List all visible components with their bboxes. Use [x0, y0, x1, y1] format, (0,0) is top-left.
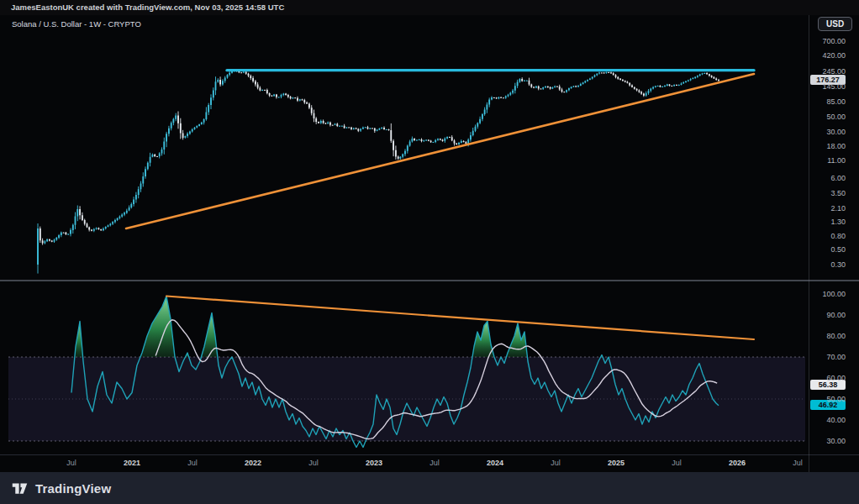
tradingview-logo-icon[interactable]	[11, 480, 29, 497]
axis-label: 90.00	[809, 311, 846, 319]
chart-canvas[interactable]	[0, 0, 859, 504]
axis-label: 30.00	[809, 437, 846, 445]
axis-label: 70.00	[809, 353, 846, 361]
tradingview-brand[interactable]: TradingView	[35, 481, 111, 496]
time-tick-label: 2026	[729, 454, 746, 472]
time-tick-label: 2024	[487, 454, 503, 472]
axis-label: 700.00	[809, 37, 846, 45]
time-tick-label: Jul	[187, 454, 198, 472]
right-axis[interactable]: USD 176.27 56.38 46.92 700.00420.00245.0…	[809, 15, 859, 472]
axis-label: 1.30	[809, 218, 846, 226]
axis-label: 3.50	[809, 189, 846, 197]
time-tick-label: Jul	[308, 454, 319, 472]
axis-label: 50.00	[809, 113, 846, 121]
axis-label: 30.00	[809, 128, 846, 136]
axis-label: 0.80	[809, 232, 846, 240]
axis-label: 85.00	[809, 97, 846, 106]
time-tick-label: 2025	[608, 454, 624, 472]
axis-label: 100.00	[809, 290, 846, 298]
axis-label: 80.00	[809, 332, 846, 340]
axis-label: 6.00	[809, 174, 846, 182]
axis-label: 245.00	[809, 67, 846, 76]
time-tick-label: 2023	[366, 454, 382, 472]
time-tick-label: 2021	[124, 454, 140, 472]
time-axis[interactable]: Jul2021Jul2022Jul2023Jul2024Jul2025Jul20…	[0, 454, 809, 472]
time-tick-label: Jul	[430, 454, 440, 472]
axis-label: 0.50	[809, 245, 846, 254]
published-chart-page: JamesEastonUK created with TradingView.c…	[0, 0, 859, 504]
axis-label: 420.00	[809, 51, 846, 60]
axis-label: 50.00	[809, 395, 846, 403]
axis-label: 145.00	[809, 82, 846, 91]
footer-bar: TradingView	[0, 472, 859, 504]
axis-label: 60.00	[809, 374, 846, 382]
axis-label: 2.10	[809, 204, 846, 213]
time-tick-label: 2022	[245, 454, 261, 472]
time-tick-label: Jul	[672, 454, 682, 472]
chart-title: Solana / U.S. Dollar - 1W - CRYPTO	[12, 19, 141, 29]
axis-label: 11.00	[809, 156, 846, 165]
time-tick-label: Jul	[793, 454, 803, 472]
axis-label: 0.30	[809, 260, 846, 269]
axis-label: 40.00	[809, 416, 846, 424]
time-tick-label: Jul	[551, 454, 561, 472]
time-tick-label: Jul	[66, 454, 76, 472]
axis-label: 18.00	[809, 142, 846, 150]
currency-toggle-button[interactable]: USD	[818, 17, 852, 31]
